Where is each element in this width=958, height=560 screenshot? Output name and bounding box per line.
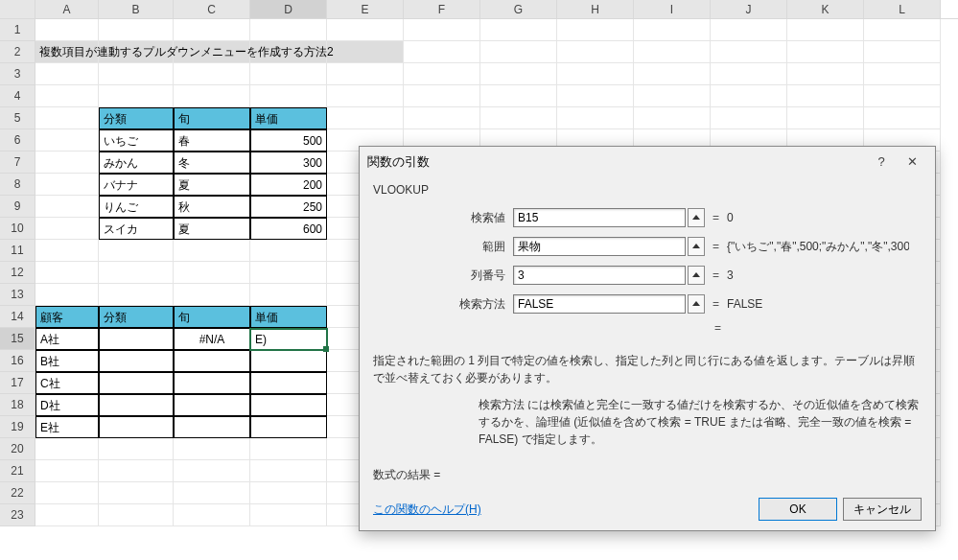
table1-cell[interactable]: 200 xyxy=(250,174,327,196)
table2-header[interactable]: 単価 xyxy=(250,306,327,328)
row-header[interactable]: 7 xyxy=(0,152,35,174)
cell[interactable] xyxy=(35,240,99,262)
col-header[interactable]: D xyxy=(250,0,327,18)
cell[interactable] xyxy=(35,19,99,41)
cell[interactable] xyxy=(174,438,250,460)
cell[interactable] xyxy=(250,19,327,41)
col-header[interactable]: H xyxy=(557,0,634,18)
cell[interactable] xyxy=(174,63,250,85)
cell[interactable] xyxy=(404,85,480,107)
row-header[interactable]: 22 xyxy=(0,482,35,504)
cell[interactable] xyxy=(864,63,941,85)
cell[interactable] xyxy=(99,262,174,284)
cell[interactable] xyxy=(250,438,327,460)
cell[interactable] xyxy=(99,240,174,262)
row-header[interactable]: 23 xyxy=(0,504,35,526)
cell[interactable] xyxy=(174,262,250,284)
cell[interactable] xyxy=(557,63,634,85)
dialog-titlebar[interactable]: 関数の引数 ? ✕ xyxy=(360,147,935,177)
cell[interactable] xyxy=(174,19,250,41)
table1-cell[interactable]: スイカ xyxy=(99,218,174,240)
cell[interactable] xyxy=(174,240,250,262)
help-link[interactable]: この関数のヘルプ(H) xyxy=(373,502,481,518)
table2-cell[interactable] xyxy=(174,394,250,416)
help-icon[interactable]: ? xyxy=(866,151,897,174)
table2-cell[interactable]: #N/A xyxy=(174,328,250,350)
row-header[interactable]: 12 xyxy=(0,262,35,284)
row-header[interactable]: 9 xyxy=(0,196,35,218)
cell[interactable] xyxy=(35,504,99,526)
row-header[interactable]: 3 xyxy=(0,63,35,85)
col-header[interactable]: E xyxy=(327,0,404,18)
table2-cell[interactable]: A社 xyxy=(35,328,99,350)
table1-header[interactable]: 分類 xyxy=(99,107,174,129)
cell[interactable] xyxy=(404,63,480,85)
cell[interactable] xyxy=(787,63,864,85)
table1-header[interactable]: 単価 xyxy=(250,107,327,129)
row-header[interactable]: 6 xyxy=(0,129,35,152)
col-header[interactable]: C xyxy=(174,0,250,18)
row-header[interactable]: 5 xyxy=(0,107,35,129)
cell[interactable] xyxy=(99,19,174,41)
cell[interactable] xyxy=(864,41,941,63)
cell[interactable] xyxy=(404,41,480,63)
table1-cell[interactable]: りんご xyxy=(99,196,174,218)
table2-cell[interactable]: E) xyxy=(250,328,327,350)
cell[interactable] xyxy=(711,41,787,63)
table2-cell[interactable] xyxy=(99,394,174,416)
cell[interactable] xyxy=(99,85,174,107)
cell[interactable] xyxy=(480,19,557,41)
table2-cell[interactable] xyxy=(174,416,250,438)
cell[interactable] xyxy=(35,482,99,504)
cell[interactable] xyxy=(327,41,404,63)
table2-header[interactable]: 分類 xyxy=(99,306,174,328)
cell[interactable] xyxy=(174,504,250,526)
cell[interactable] xyxy=(634,19,711,41)
cell[interactable] xyxy=(327,85,404,107)
cell[interactable] xyxy=(634,107,711,129)
cell[interactable] xyxy=(557,19,634,41)
collapse-dialog-icon[interactable] xyxy=(688,294,705,314)
row-header[interactable]: 15 xyxy=(0,328,35,350)
cell[interactable] xyxy=(35,174,99,196)
cell[interactable] xyxy=(35,196,99,218)
table1-cell[interactable]: 500 xyxy=(250,129,327,152)
cell[interactable] xyxy=(35,460,99,482)
cell[interactable] xyxy=(711,63,787,85)
cell[interactable] xyxy=(250,63,327,85)
cell[interactable] xyxy=(174,284,250,306)
cell[interactable] xyxy=(557,107,634,129)
table2-cell[interactable] xyxy=(250,372,327,394)
col-header[interactable]: A xyxy=(35,0,99,18)
cell[interactable] xyxy=(35,262,99,284)
cell[interactable] xyxy=(250,240,327,262)
table1-cell[interactable]: いちご xyxy=(99,129,174,152)
cell[interactable] xyxy=(634,41,711,63)
cell[interactable] xyxy=(711,19,787,41)
cell[interactable] xyxy=(99,460,174,482)
cell[interactable] xyxy=(35,63,99,85)
table2-cell[interactable] xyxy=(99,350,174,372)
table1-cell[interactable]: 春 xyxy=(174,129,250,152)
table2-cell[interactable]: E社 xyxy=(35,416,99,438)
col-header[interactable]: J xyxy=(711,0,787,18)
arg-input[interactable] xyxy=(513,266,686,285)
table2-cell[interactable] xyxy=(250,394,327,416)
cell[interactable] xyxy=(35,85,99,107)
collapse-dialog-icon[interactable] xyxy=(688,266,705,285)
cell[interactable] xyxy=(634,85,711,107)
cell[interactable] xyxy=(174,460,250,482)
cell[interactable] xyxy=(99,438,174,460)
table2-header[interactable]: 旬 xyxy=(174,306,250,328)
row-header[interactable]: 13 xyxy=(0,284,35,306)
col-header[interactable]: G xyxy=(480,0,557,18)
row-header[interactable]: 1 xyxy=(0,19,35,41)
table1-cell[interactable]: 300 xyxy=(250,152,327,174)
table2-cell[interactable] xyxy=(99,416,174,438)
cell[interactable] xyxy=(711,85,787,107)
cell[interactable] xyxy=(35,152,99,174)
cell[interactable] xyxy=(404,107,480,129)
close-icon[interactable]: ✕ xyxy=(897,151,927,174)
cell[interactable] xyxy=(250,85,327,107)
cell[interactable] xyxy=(99,482,174,504)
